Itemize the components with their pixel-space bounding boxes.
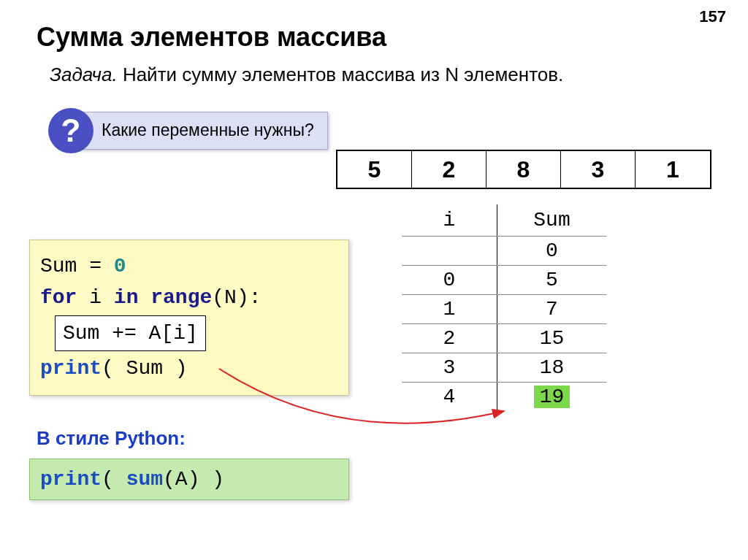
trace-row: 0 5 bbox=[402, 265, 606, 294]
trace-header-i: i bbox=[402, 204, 497, 236]
trace-i bbox=[402, 237, 497, 265]
trace-sum: 18 bbox=[497, 353, 606, 382]
trace-table: i Sum 0 0 5 1 7 2 15 3 18 4 19 bbox=[402, 204, 606, 411]
question-text: Какие переменные нужны? bbox=[79, 112, 328, 150]
trace-row: 0 bbox=[402, 236, 606, 265]
trace-sum: 0 bbox=[497, 237, 606, 265]
question-mark-icon: ? bbox=[48, 108, 94, 153]
trace-sum-final: 19 bbox=[534, 386, 570, 408]
trace-sum: 5 bbox=[497, 266, 606, 294]
trace-row: 3 18 bbox=[402, 353, 606, 382]
array-display: 5 2 8 3 1 bbox=[336, 150, 711, 189]
page-number: 157 bbox=[699, 7, 726, 26]
trace-row: 2 15 bbox=[402, 323, 606, 353]
slide-title: Сумма элементов массива bbox=[37, 22, 711, 53]
trace-i: 0 bbox=[402, 266, 497, 294]
trace-header-sum: Sum bbox=[497, 204, 606, 236]
trace-row: 1 7 bbox=[402, 294, 606, 323]
trace-i: 1 bbox=[402, 295, 497, 323]
python-code-block: print( sum(A) ) bbox=[29, 459, 349, 500]
array-cell: 5 bbox=[337, 151, 412, 188]
trace-i: 2 bbox=[402, 324, 497, 353]
trace-row: 4 19 bbox=[402, 382, 606, 411]
trace-i: 4 bbox=[402, 383, 497, 411]
trace-sum: 7 bbox=[497, 295, 606, 323]
question-callout: ? Какие переменные нужны? bbox=[48, 108, 328, 153]
task-label: Задача. bbox=[50, 64, 118, 85]
task-text: Задача. Найти сумму элементов массива из… bbox=[50, 61, 711, 88]
array-cell: 8 bbox=[486, 151, 561, 188]
trace-i: 3 bbox=[402, 353, 497, 382]
trace-sum: 15 bbox=[497, 324, 606, 353]
code-block: Sum = 0 for i in range(N): Sum += A[i] p… bbox=[29, 239, 349, 396]
code-highlight-box: Sum += A[i] bbox=[55, 315, 206, 351]
array-cell: 3 bbox=[561, 151, 636, 188]
array-cell: 1 bbox=[636, 151, 710, 188]
array-cell: 2 bbox=[412, 151, 486, 188]
trace-header: i Sum bbox=[402, 204, 606, 236]
python-style-label: В стиле Python: bbox=[37, 427, 186, 450]
trace-sum: 19 bbox=[497, 383, 606, 411]
